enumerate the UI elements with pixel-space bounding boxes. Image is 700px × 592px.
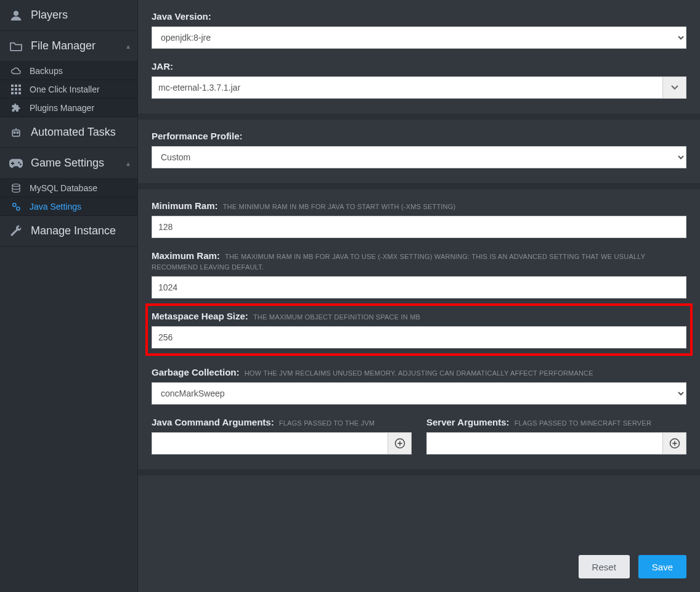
main-content: Java Version: openjdk:8-jre JAR: Perform… (138, 0, 700, 592)
java-args-label: Java Command Arguments: FLAGS PASSED TO … (152, 417, 412, 427)
sidebar-item-manage-instance[interactable]: Manage Instance (0, 216, 137, 247)
gamepad-icon (7, 158, 25, 168)
svg-point-11 (14, 131, 15, 133)
label-text: Metaspace Heap Size: (152, 311, 248, 321)
nav-label: Backups (30, 66, 63, 76)
svg-rect-6 (18, 88, 21, 91)
svg-point-15 (17, 207, 20, 210)
java-version-select[interactable]: openjdk:8-jre (152, 27, 686, 49)
max-ram-label: Maximum Ram: THE MAXIMUM RAM IN MB FOR J… (152, 250, 686, 271)
gears-icon (9, 202, 23, 212)
svg-rect-8 (15, 92, 17, 94)
save-button[interactable]: Save (638, 555, 686, 578)
label-hint: THE MAXIMUM OBJECT DEFINITION SPACE IN M… (253, 313, 420, 321)
max-ram-input[interactable] (152, 276, 686, 298)
panel-performance-profile: Performance Profile: Custom (138, 120, 700, 189)
field-java-args: Java Command Arguments: FLAGS PASSED TO … (152, 417, 412, 454)
puzzle-icon (9, 103, 23, 113)
svg-rect-1 (11, 84, 14, 87)
java-args-group (152, 432, 412, 454)
wrench-icon (7, 225, 25, 237)
field-jar: JAR: (152, 61, 686, 99)
svg-rect-5 (15, 88, 17, 91)
nav-label: Automated Tasks (31, 126, 116, 139)
svg-point-13 (12, 184, 20, 186)
label-hint: FLAGS PASSED TO MINECRAFT SERVER (515, 419, 651, 427)
sidebar-item-file-manager[interactable]: File Manager ▴ (0, 31, 137, 62)
robot-icon (7, 126, 25, 139)
label-hint: FLAGS PASSED TO THE JVM (279, 419, 375, 427)
sidebar-sub-one-click-installer[interactable]: One Click Installer (0, 80, 137, 99)
svg-rect-3 (18, 84, 21, 87)
server-args-group (426, 432, 686, 454)
field-server-args: Server Arguments: FLAGS PASSED TO MINECR… (426, 417, 686, 454)
label-text: Java Command Arguments: (152, 417, 274, 427)
svg-point-14 (13, 203, 16, 206)
server-args-add-button[interactable] (662, 433, 686, 454)
java-version-label: Java Version: (152, 11, 686, 22)
footer-buttons: Reset Save (138, 544, 700, 592)
java-args-add-button[interactable] (388, 433, 411, 454)
min-ram-label: Minimum Ram: THE MINIMUM RAM IN MB FOR J… (152, 200, 686, 211)
min-ram-input[interactable] (152, 216, 686, 238)
reset-button[interactable]: Reset (579, 555, 630, 578)
jar-input-group (152, 76, 686, 99)
nav-label: One Click Installer (30, 84, 100, 94)
sidebar-sub-backups[interactable]: Backups (0, 62, 137, 80)
svg-rect-9 (18, 92, 21, 94)
panel-java-jar: Java Version: openjdk:8-jre JAR: (138, 0, 700, 120)
label-hint: THE MAXIMUM RAM IN MB FOR JAVA TO USE (-… (152, 253, 645, 271)
label-text: Garbage Collection: (152, 367, 240, 377)
sidebar: Players File Manager ▴ Backups One Click… (0, 0, 138, 592)
metaspace-label: Metaspace Heap Size: THE MAXIMUM OBJECT … (152, 311, 686, 321)
grid-icon (9, 84, 23, 94)
jar-input[interactable] (152, 77, 662, 98)
gc-select[interactable]: concMarkSweep (152, 382, 686, 405)
svg-rect-4 (11, 88, 14, 91)
nav-label: Game Settings (31, 157, 104, 170)
sidebar-sub-java-settings[interactable]: Java Settings (0, 197, 137, 216)
jar-dropdown-button[interactable] (662, 77, 686, 98)
field-max-ram: Maximum Ram: THE MAXIMUM RAM IN MB FOR J… (152, 250, 686, 298)
label-text: Server Arguments: (426, 417, 510, 427)
highlight-metaspace: Metaspace Heap Size: THE MAXIMUM OBJECT … (145, 303, 693, 356)
field-java-version: Java Version: openjdk:8-jre (152, 11, 686, 49)
label-hint: THE MINIMUM RAM IN MB FOR JAVA TO START … (223, 203, 456, 210)
svg-point-12 (17, 131, 18, 133)
chevron-up-icon: ▴ (126, 159, 130, 168)
nav-label: Plugins Manager (30, 103, 94, 113)
cloud-icon (9, 67, 23, 75)
nav-label: Java Settings (30, 202, 81, 212)
gc-label: Garbage Collection: HOW THE JVM RECLAIMS… (152, 367, 686, 377)
field-gc: Garbage Collection: HOW THE JVM RECLAIMS… (152, 367, 686, 405)
label-text: Minimum Ram: (152, 200, 218, 211)
args-row: Java Command Arguments: FLAGS PASSED TO … (152, 417, 686, 454)
perf-profile-select[interactable]: Custom (152, 146, 686, 168)
nav-label: Manage Instance (31, 224, 116, 237)
user-icon (7, 9, 25, 22)
field-performance-profile: Performance Profile: Custom (152, 131, 686, 168)
nav-label: File Manager (31, 39, 96, 52)
database-icon (9, 183, 23, 193)
server-args-label: Server Arguments: FLAGS PASSED TO MINECR… (426, 417, 686, 427)
metaspace-input[interactable] (152, 326, 686, 348)
svg-rect-2 (15, 84, 17, 87)
sidebar-item-automated-tasks[interactable]: Automated Tasks (0, 117, 137, 148)
java-args-input[interactable] (152, 433, 388, 454)
svg-point-0 (14, 10, 18, 15)
sidebar-sub-mysql[interactable]: MySQL Database (0, 179, 137, 197)
svg-rect-7 (11, 92, 14, 94)
jar-label: JAR: (152, 61, 686, 72)
nav-label: Players (31, 9, 68, 22)
perf-profile-label: Performance Profile: (152, 131, 686, 141)
sidebar-item-players[interactable]: Players (0, 0, 137, 31)
nav-label: MySQL Database (30, 183, 97, 193)
panel-advanced: Minimum Ram: THE MINIMUM RAM IN MB FOR J… (138, 189, 700, 475)
field-metaspace: Metaspace Heap Size: THE MAXIMUM OBJECT … (152, 311, 686, 348)
server-args-input[interactable] (427, 433, 662, 454)
field-min-ram: Minimum Ram: THE MINIMUM RAM IN MB FOR J… (152, 200, 686, 238)
sidebar-sub-plugins-manager[interactable]: Plugins Manager (0, 99, 137, 117)
sidebar-item-game-settings[interactable]: Game Settings ▴ (0, 148, 137, 179)
folder-icon (7, 41, 25, 52)
label-text: Maximum Ram: (152, 250, 220, 261)
